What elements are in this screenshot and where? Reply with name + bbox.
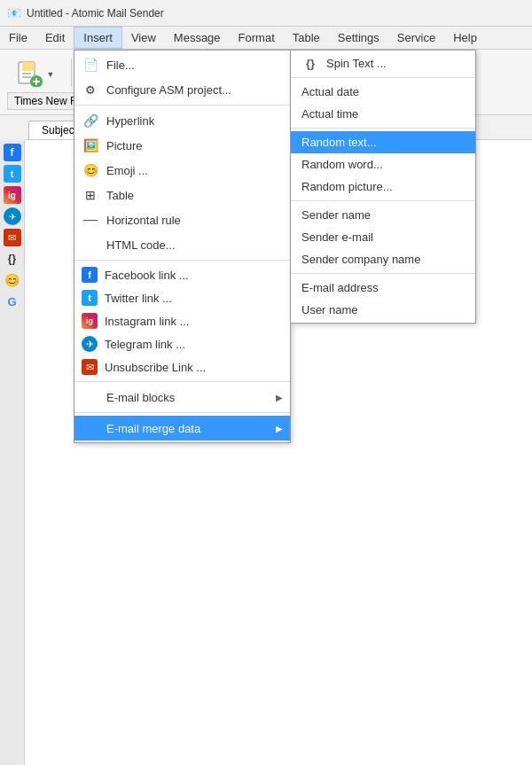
left-sidebar: f t ig ✈ ✉ {} 😊 G [0, 140, 25, 765]
tw-link-icon: t [82, 290, 98, 306]
insert-email-blocks-item[interactable]: E-mail blocks ▶ [74, 385, 290, 410]
sender-email-item[interactable]: Sender e-mail [291, 226, 475, 248]
menu-bar: File Edit Insert View Message Format Tab… [0, 27, 532, 50]
menu-edit[interactable]: Edit [36, 27, 74, 49]
random-word-label: Random word... [301, 158, 383, 171]
actual-time-label: Actual time [301, 107, 358, 121]
svg-rect-1 [22, 62, 35, 71]
email-blocks-label: E-mail blocks [106, 391, 269, 404]
sidebar-google-icon[interactable]: G [4, 293, 21, 310]
insert-html-item[interactable]: HTML code... [74, 232, 290, 257]
actual-date-label: Actual date [301, 85, 359, 98]
insert-sep-1 [74, 105, 290, 105]
hr-icon: — [82, 211, 99, 229]
insert-hr-item[interactable]: — Horizontal rule [74, 207, 290, 232]
submenu-sep-3 [291, 200, 475, 201]
insert-configure-item[interactable]: ⚙ Configure ASM project... [74, 77, 290, 102]
actual-time-item[interactable]: Actual time [291, 103, 475, 125]
instagram-label: Instagram link ... [105, 315, 283, 328]
spin-icon: {} [301, 57, 319, 70]
menu-format[interactable]: Format [230, 27, 284, 49]
sender-company-label: Sender company name [301, 253, 420, 266]
picture-label: Picture [106, 139, 283, 152]
file-icon: 📄 [82, 56, 99, 74]
user-name-item[interactable]: User name [291, 299, 475, 321]
sidebar-instagram-icon[interactable]: ig [4, 186, 21, 204]
sidebar-emoji-icon[interactable]: 😊 [4, 271, 21, 289]
insert-sep-3 [74, 381, 290, 382]
picture-icon: 🖼️ [82, 137, 99, 154]
menu-service[interactable]: Service [388, 27, 444, 49]
fb-link-icon: f [82, 267, 98, 283]
email-merge-label: E-mail merge data [106, 422, 269, 435]
title-bar: 📧 Untitled - Atomic Mail Sender [0, 0, 532, 27]
title-text: Untitled - Atomic Mail Sender [27, 7, 164, 20]
insert-unsubscribe-item[interactable]: ✉ Unsubscribe Link ... [74, 355, 290, 379]
spin-text-label: Spin Text ... [326, 57, 387, 70]
merge-arrow: ▶ [276, 424, 283, 433]
configure-icon: ⚙ [82, 81, 99, 98]
file-label: File... [106, 59, 283, 72]
random-text-item[interactable]: Random text... [291, 131, 475, 153]
spin-text-item[interactable]: {} Spin Text ... [291, 52, 475, 74]
actual-date-item[interactable]: Actual date [291, 81, 475, 103]
insert-sep-2 [74, 260, 290, 261]
emoji-label: Emoji ... [106, 164, 283, 177]
menu-table[interactable]: Table [284, 27, 329, 49]
insert-menu: 📄 File... ⚙ Configure ASM project... 🔗 H… [74, 50, 291, 443]
insert-file-item[interactable]: 📄 File... [74, 52, 290, 77]
sidebar-email-icon[interactable]: ✉ [4, 229, 21, 246]
blocks-arrow: ▶ [276, 393, 283, 402]
facebook-label: Facebook link ... [105, 269, 283, 282]
table-menu-icon: ⊞ [82, 186, 99, 204]
twitter-label: Twitter link ... [105, 292, 283, 305]
sender-name-item[interactable]: Sender name [291, 204, 475, 226]
insert-telegram-item[interactable]: ✈ Telegram link ... [74, 332, 290, 355]
menu-help[interactable]: Help [444, 27, 486, 49]
sidebar-facebook-icon[interactable]: f [4, 144, 21, 161]
menu-file[interactable]: File [0, 27, 36, 49]
hyperlink-label: Hyperlink [106, 114, 283, 128]
ig-link-icon: ig [82, 313, 98, 329]
user-name-label: User name [301, 303, 358, 316]
menu-settings[interactable]: Settings [329, 27, 388, 49]
insert-email-merge-item[interactable]: E-mail merge data ▶ [74, 416, 290, 441]
hyperlink-icon: 🔗 [82, 112, 99, 129]
insert-sep-4 [74, 412, 290, 413]
email-address-label: E-mail address [301, 281, 379, 294]
insert-twitter-item[interactable]: t Twitter link ... [74, 286, 290, 309]
tg-link-icon: ✈ [82, 336, 98, 352]
sidebar-braces-icon[interactable]: {} [4, 250, 21, 268]
menu-message[interactable]: Message [165, 27, 230, 49]
email-address-item[interactable]: E-mail address [291, 277, 475, 299]
insert-emoji-item[interactable]: 😊 Emoji ... [74, 158, 290, 183]
configure-label: Configure ASM project... [106, 83, 283, 97]
random-text-label: Random text... [301, 136, 377, 149]
app-icon: 📧 [7, 6, 21, 20]
submenu-sep-1 [291, 77, 475, 78]
submenu-sep-2 [291, 128, 475, 129]
emoji-icon: 😊 [82, 161, 99, 179]
html-icon [82, 236, 99, 254]
insert-table-item[interactable]: ⊞ Table [74, 183, 290, 207]
sender-email-label: Sender e-mail [301, 230, 373, 244]
submenu-sep-4 [291, 273, 475, 274]
hr-label: Horizontal rule [106, 214, 283, 227]
html-label: HTML code... [106, 238, 283, 252]
unsub-icon: ✉ [82, 359, 98, 375]
sidebar-twitter-icon[interactable]: t [4, 165, 21, 183]
insert-instagram-item[interactable]: ig Instagram link ... [74, 309, 290, 332]
merge-icon [82, 419, 99, 437]
sidebar-telegram-icon[interactable]: ✈ [4, 207, 21, 225]
insert-hyperlink-item[interactable]: 🔗 Hyperlink [74, 108, 290, 133]
sender-company-item[interactable]: Sender company name [291, 248, 475, 270]
unsubscribe-label: Unsubscribe Link ... [105, 361, 283, 374]
random-picture-item[interactable]: Random picture... [291, 176, 475, 198]
insert-facebook-item[interactable]: f Facebook link ... [74, 263, 290, 286]
menu-view[interactable]: View [122, 27, 165, 49]
insert-picture-item[interactable]: 🖼️ Picture [74, 133, 290, 158]
new-dropdown-arrow[interactable]: ▼ [47, 70, 55, 79]
random-word-item[interactable]: Random word... [291, 153, 475, 176]
random-picture-label: Random picture... [301, 180, 393, 193]
menu-insert[interactable]: Insert [74, 27, 122, 49]
